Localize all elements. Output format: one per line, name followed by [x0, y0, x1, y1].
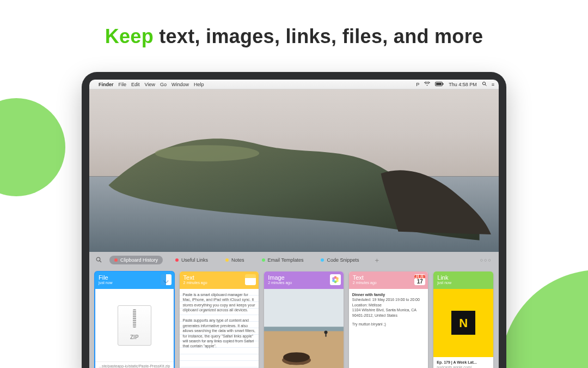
menubar-app[interactable]: Finder	[99, 82, 114, 87]
zip-icon: ZIP	[118, 305, 151, 346]
battery-icon[interactable]	[435, 82, 444, 87]
dot-icon	[262, 258, 265, 262]
svg-point-16	[332, 277, 335, 280]
svg-rect-21	[326, 334, 327, 337]
card-body: ZIP	[95, 289, 174, 361]
tab-useful-links[interactable]: Useful Links	[170, 256, 213, 264]
menubar-time[interactable]: Thu 4:58 PM	[449, 82, 477, 87]
menu-item[interactable]: Go	[160, 82, 167, 87]
card-body: Dinner with family Scheduled: 19 May 201…	[349, 289, 428, 368]
card-link[interactable]: Link just now N Ep. 179 | A Week Lat... …	[433, 272, 493, 368]
card-image[interactable]: Image 2 minutes ago 3264 x 2448 pixels	[264, 272, 344, 368]
svg-point-8	[96, 257, 100, 261]
card-path: ...ste/pasteapp-io/static/Paste-PressKit…	[95, 361, 174, 368]
card-header: Text 2 minutes ago	[180, 272, 259, 289]
card-header: Image 2 minutes ago	[264, 272, 344, 289]
dot-icon	[321, 258, 324, 262]
screen: Finder File Edit View Go Window Help P T…	[89, 80, 499, 368]
card-body: N Ep. 179 | A Week Lat... podcasts.apple…	[433, 289, 493, 368]
notes-icon	[245, 274, 256, 285]
svg-rect-2	[443, 83, 444, 85]
calendar-icon: JUL17	[414, 274, 425, 285]
spotlight-icon[interactable]	[482, 81, 487, 87]
svg-rect-19	[264, 327, 344, 331]
dot-icon	[225, 258, 229, 262]
decor-circle	[501, 270, 588, 368]
menubar: Finder File Edit View Go Window Help P T…	[89, 80, 499, 89]
more-icon[interactable]: ○○○	[480, 257, 492, 263]
svg-rect-17	[264, 289, 344, 328]
add-tab-button[interactable]: +	[375, 256, 379, 264]
dot-icon	[114, 258, 118, 262]
search-icon[interactable]	[96, 257, 102, 264]
clipboard-cards: File just now ◡ ZIP ...ste/pasteapp-io/s…	[89, 268, 499, 368]
menu-item[interactable]: Window	[171, 82, 189, 87]
finder-icon: ◡	[161, 274, 171, 285]
svg-line-4	[485, 85, 487, 86]
card-body: Paste is a smart clipboard manager for M…	[180, 289, 259, 368]
svg-point-23	[283, 352, 310, 362]
desktop-wallpaper	[89, 89, 499, 252]
laptop-frame: Finder File Edit View Go Window Help P T…	[82, 72, 506, 368]
menu-item[interactable]: View	[145, 82, 155, 87]
menu-item[interactable]: File	[119, 82, 127, 87]
tab-code-snippets[interactable]: Code Snippets	[316, 256, 364, 264]
menu-item[interactable]: Edit	[131, 82, 140, 87]
photos-icon	[330, 274, 341, 285]
svg-point-7	[155, 145, 260, 161]
svg-rect-1	[436, 83, 442, 85]
card-header: File just now ◡	[95, 272, 174, 289]
link-thumb: N	[433, 289, 493, 357]
menu-item[interactable]: Help	[194, 82, 204, 87]
wifi-icon[interactable]	[424, 82, 430, 87]
svg-point-3	[482, 82, 485, 85]
control-center-icon[interactable]: ≡	[492, 82, 494, 87]
dot-icon	[175, 258, 179, 262]
card-text[interactable]: Text 2 minutes ago Paste is a smart clip…	[180, 272, 259, 368]
headline: Keep text, images, links, files, and mor…	[0, 0, 588, 48]
headline-rest: text, images, links, files, and more	[154, 25, 483, 47]
svg-line-9	[100, 261, 101, 262]
headline-keyword: Keep	[105, 25, 154, 47]
tab-notes[interactable]: Notes	[220, 256, 249, 264]
card-header: Link just now	[433, 272, 493, 289]
tab-email-templates[interactable]: Email Templates	[257, 256, 309, 264]
card-header: Text 2 minutes ago JUL17	[349, 272, 428, 289]
card-file[interactable]: File just now ◡ ZIP ...ste/pasteapp-io/s…	[95, 272, 174, 368]
status-p-icon[interactable]: P	[416, 82, 419, 87]
filter-bar: Clipboard History Useful Links Notes Ema…	[89, 252, 499, 268]
decor-circle	[0, 98, 65, 196]
card-body: 3264 x 2448 pixels	[264, 289, 344, 368]
card-event[interactable]: Text 2 minutes ago JUL17 Dinner with fam…	[349, 272, 428, 368]
tab-clipboard-history[interactable]: Clipboard History	[109, 256, 163, 264]
